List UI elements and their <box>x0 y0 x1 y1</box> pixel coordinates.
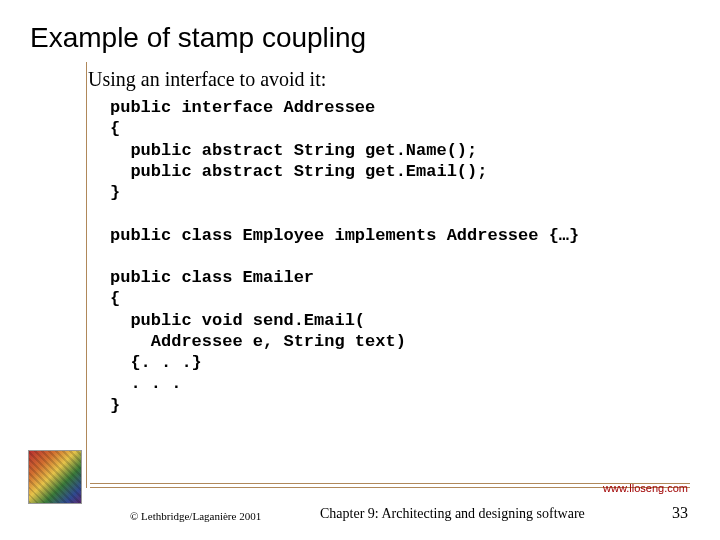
footer: © Lethbridge/Laganière 2001 Chapter 9: A… <box>0 502 720 522</box>
slide-title: Example of stamp coupling <box>30 22 690 54</box>
chapter-text: Chapter 9: Architecting and designing so… <box>320 506 585 522</box>
decorative-square <box>28 450 82 504</box>
code-block: public interface Addressee { public abst… <box>110 97 690 416</box>
page-number: 33 <box>672 504 688 522</box>
slide-subtitle: Using an interface to avoid it: <box>88 68 690 91</box>
slide: Example of stamp coupling Using an inter… <box>0 0 720 540</box>
source-url: www.lloseng.com <box>603 482 688 494</box>
vertical-rule <box>86 62 87 488</box>
horizontal-rule-top <box>90 483 690 484</box>
horizontal-rule-bottom <box>90 487 690 488</box>
copyright-text: © Lethbridge/Laganière 2001 <box>130 510 261 522</box>
